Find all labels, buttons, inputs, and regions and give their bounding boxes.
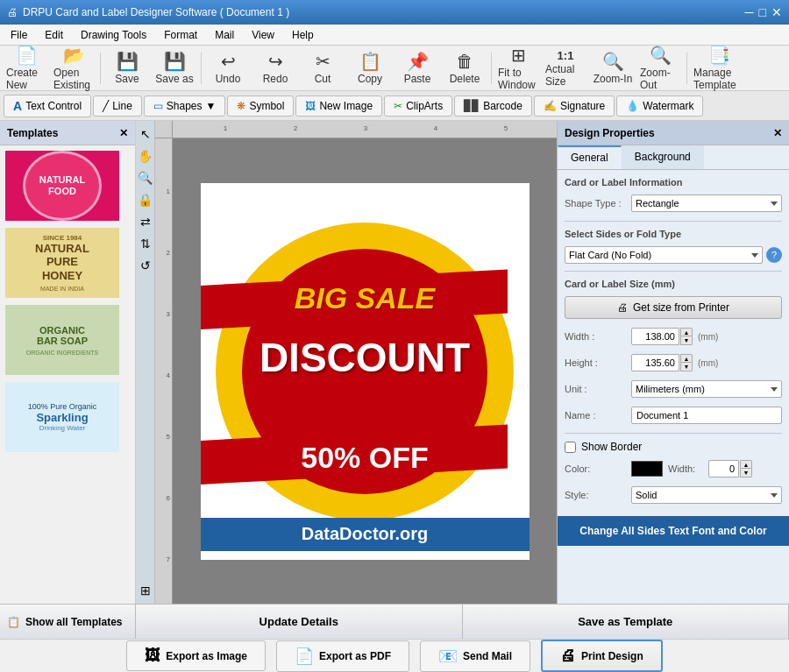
- menu-format[interactable]: Format: [157, 27, 204, 43]
- fold-type-select[interactable]: Flat Card (No Fold): [565, 246, 763, 264]
- watermark-button[interactable]: 💧 Watermark: [616, 95, 703, 117]
- main-area: Templates ✕ NATURALFOOD SINCE 1984: [0, 121, 789, 604]
- copy-button[interactable]: 📋 Copy: [347, 48, 393, 88]
- width-down-button[interactable]: ▼: [680, 336, 693, 345]
- name-input[interactable]: [631, 407, 782, 424]
- open-existing-button[interactable]: 📂 Open Existing: [51, 48, 96, 88]
- save-as-template-button[interactable]: Save as Template: [463, 605, 790, 639]
- template-item[interactable]: ORGANICBAR SOAP ORGANIC INGREDIENTS: [4, 303, 132, 377]
- border-width-up[interactable]: ▲: [740, 460, 752, 469]
- menu-edit[interactable]: Edit: [38, 27, 70, 43]
- actual-size-button[interactable]: 1:1 Actual Size: [543, 48, 588, 88]
- style-select[interactable]: Solid: [631, 486, 782, 504]
- cliparts-button[interactable]: ✂ ClipArts: [384, 95, 452, 117]
- select-tool[interactable]: ↖: [138, 124, 153, 144]
- shapes-dropdown-icon: ▼: [206, 100, 217, 112]
- height-input[interactable]: [631, 354, 679, 371]
- grid-button[interactable]: ⊞: [138, 581, 153, 600]
- border-width-down[interactable]: ▼: [740, 469, 752, 477]
- maximize-button[interactable]: □: [759, 5, 766, 19]
- menu-view[interactable]: View: [245, 27, 281, 43]
- show-border-checkbox[interactable]: [565, 442, 576, 453]
- zoom-in-button[interactable]: 🔍 Zoom-In: [590, 48, 636, 88]
- design-card[interactable]: BIG SALE DISCOUNT 50% OFF DataDoctor.org: [201, 183, 530, 560]
- fit-window-button[interactable]: ⊞ Fit to Window: [495, 48, 541, 88]
- ruler-horizontal: 1 2 3 4 5 6: [173, 121, 557, 138]
- text-control-button[interactable]: A Text Control: [4, 95, 91, 117]
- show-templates-button[interactable]: 📋 Show all Templates: [0, 605, 136, 639]
- save-button[interactable]: 💾 Save: [104, 48, 150, 88]
- unit-label: Unit :: [565, 384, 626, 394]
- new-image-button[interactable]: 🖼 New Image: [295, 95, 382, 117]
- width-input[interactable]: [631, 328, 679, 345]
- unit-select[interactable]: Milimeters (mm): [631, 380, 782, 398]
- delete-button[interactable]: 🗑 Delete: [442, 48, 487, 88]
- title-left: 🖨 DRPU Card and Label Designer Software …: [7, 6, 289, 18]
- brand-bar: DataDoctor.org: [201, 518, 530, 551]
- width-up-button[interactable]: ▲: [680, 328, 693, 336]
- zoom-tool[interactable]: 🔍: [136, 168, 155, 187]
- tab-background[interactable]: Background: [622, 145, 704, 169]
- export-image-button[interactable]: 🖼 Export as Image: [126, 640, 266, 671]
- flip-h-tool[interactable]: ⇄: [138, 212, 153, 231]
- send-mail-icon: 📧: [438, 647, 458, 666]
- update-details-button[interactable]: Update Details: [136, 605, 463, 639]
- title-controls[interactable]: ─ □ ✕: [745, 5, 782, 19]
- flip-v-tool[interactable]: ⇅: [138, 234, 153, 253]
- symbol-button[interactable]: ❋ Symbol: [227, 95, 294, 117]
- lock-tool[interactable]: 🔒: [136, 190, 155, 209]
- pan-tool[interactable]: ✋: [136, 146, 155, 166]
- line-button[interactable]: ╱ Line: [93, 95, 142, 117]
- paste-icon: 📌: [407, 51, 429, 72]
- save-as-button[interactable]: 💾 Save as: [152, 48, 197, 88]
- template-thumb: SINCE 1984 NATURALPUREHONEY MADE IN INDI…: [5, 228, 119, 298]
- change-all-sides-button[interactable]: Change All Sides Text Font and Color: [558, 516, 789, 546]
- fold-help-button[interactable]: ?: [766, 247, 782, 263]
- manage-template-icon: 📑: [708, 45, 730, 66]
- template-item[interactable]: 100% Pure Organic Sparkling Drinking Wat…: [4, 380, 132, 454]
- cut-button[interactable]: ✂ Cut: [300, 48, 345, 88]
- border-width-input[interactable]: [708, 460, 739, 477]
- height-down-button[interactable]: ▼: [680, 363, 693, 371]
- template-item[interactable]: SINCE 1984 NATURALPUREHONEY MADE IN INDI…: [4, 226, 132, 300]
- minimize-button[interactable]: ─: [745, 5, 754, 19]
- get-size-button[interactable]: 🖨 Get size from Printer: [565, 296, 782, 319]
- menu-help[interactable]: Help: [285, 27, 321, 43]
- shapes-button[interactable]: ▭ Shapes ▼: [144, 95, 226, 117]
- menu-bar: File Edit Drawing Tools Format Mail View…: [0, 25, 789, 46]
- menu-mail[interactable]: Mail: [208, 27, 241, 43]
- name-row: Name :: [565, 407, 782, 424]
- canvas-area[interactable]: 1 2 3 4 5 6 1 2 3 4 5 6 7: [155, 121, 557, 604]
- print-icon: 🖨: [560, 647, 576, 665]
- paste-button[interactable]: 📌 Paste: [394, 48, 440, 88]
- rotate-tool[interactable]: ↺: [138, 256, 153, 275]
- zoom-in-icon: 🔍: [602, 51, 624, 72]
- close-button[interactable]: ✕: [771, 5, 782, 19]
- style-label: Style:: [565, 490, 626, 500]
- shape-type-select[interactable]: Rectangle: [631, 195, 782, 212]
- properties-close-icon[interactable]: ✕: [773, 127, 782, 139]
- color-picker[interactable]: [631, 461, 663, 477]
- menu-drawing-tools[interactable]: Drawing Tools: [74, 27, 153, 43]
- template-thumb: NATURALFOOD: [5, 151, 119, 221]
- create-new-button[interactable]: 📄 Create New: [4, 48, 49, 88]
- print-design-button[interactable]: 🖨 Print Design: [541, 640, 663, 672]
- export-pdf-button[interactable]: 📄 Export as PDF: [276, 640, 409, 672]
- signature-button[interactable]: ✍ Signature: [534, 95, 615, 117]
- tab-general[interactable]: General: [558, 145, 622, 169]
- menu-file[interactable]: File: [4, 27, 34, 43]
- undo-button[interactable]: ↩ Undo: [205, 48, 251, 88]
- manage-template-button[interactable]: 📑 Manage Template: [691, 48, 747, 88]
- zoom-out-button[interactable]: 🔍 Zoom-Out: [637, 48, 683, 88]
- template-item[interactable]: NATURALFOOD: [4, 149, 132, 223]
- show-border-row: Show Border: [565, 441, 782, 453]
- tools-bar: A Text Control ╱ Line ▭ Shapes ▼ ❋ Symbo…: [0, 91, 789, 121]
- color-label: Color:: [565, 463, 626, 474]
- send-mail-button[interactable]: 📧 Send Mail: [420, 640, 530, 672]
- canvas-background[interactable]: BIG SALE DISCOUNT 50% OFF DataDoctor.org: [173, 138, 557, 604]
- redo-button[interactable]: ↪ Redo: [252, 48, 298, 88]
- barcode-icon: ▊▊: [464, 100, 480, 112]
- templates-close-icon[interactable]: ✕: [119, 127, 128, 139]
- barcode-button[interactable]: ▊▊ Barcode: [454, 95, 532, 117]
- height-up-button[interactable]: ▲: [680, 354, 693, 363]
